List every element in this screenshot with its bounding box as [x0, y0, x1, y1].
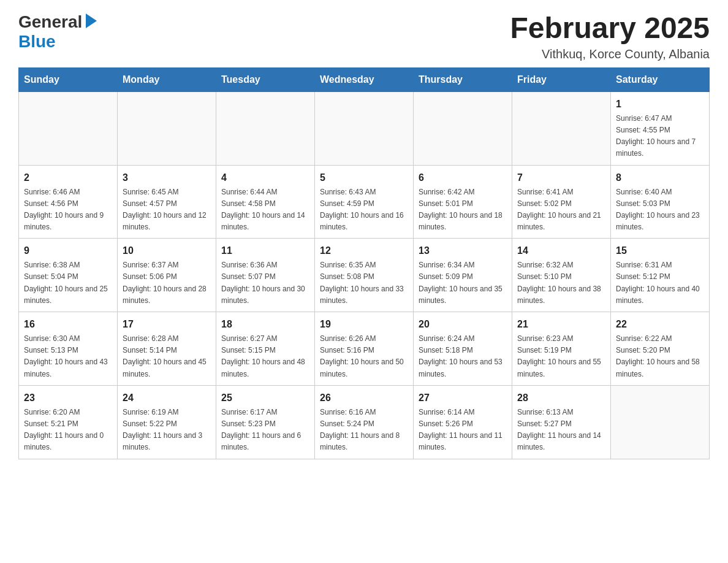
table-row: 26Sunrise: 6:16 AMSunset: 5:24 PMDayligh… — [315, 385, 414, 459]
day-info: Sunrise: 6:22 AMSunset: 5:20 PMDaylight:… — [616, 333, 704, 380]
header-friday: Friday — [512, 67, 611, 91]
header-monday: Monday — [118, 67, 216, 91]
table-row: 7Sunrise: 6:41 AMSunset: 5:02 PMDaylight… — [512, 165, 611, 239]
table-row — [216, 91, 315, 165]
logo-blue-text: Blue — [18, 32, 56, 51]
header-thursday: Thursday — [414, 67, 512, 91]
day-number: 16 — [24, 317, 112, 332]
day-number: 20 — [419, 317, 507, 332]
day-info: Sunrise: 6:43 AMSunset: 4:59 PMDaylight:… — [320, 186, 408, 234]
table-row: 25Sunrise: 6:17 AMSunset: 5:23 PMDayligh… — [216, 385, 315, 459]
day-info: Sunrise: 6:42 AMSunset: 5:01 PMDaylight:… — [419, 186, 507, 234]
day-number: 22 — [616, 317, 704, 332]
table-row — [512, 91, 611, 165]
day-number: 14 — [517, 243, 605, 258]
header-tuesday: Tuesday — [216, 67, 315, 91]
calendar-week-row: 2Sunrise: 6:46 AMSunset: 4:56 PMDaylight… — [19, 165, 710, 239]
day-info: Sunrise: 6:41 AMSunset: 5:02 PMDaylight:… — [517, 186, 605, 234]
day-info: Sunrise: 6:24 AMSunset: 5:18 PMDaylight:… — [419, 333, 507, 380]
day-info: Sunrise: 6:40 AMSunset: 5:03 PMDaylight:… — [616, 186, 704, 234]
calendar-week-row: 9Sunrise: 6:38 AMSunset: 5:04 PMDaylight… — [19, 239, 710, 312]
table-row: 17Sunrise: 6:28 AMSunset: 5:14 PMDayligh… — [118, 312, 216, 386]
day-number: 28 — [517, 391, 605, 405]
day-number: 8 — [616, 170, 704, 185]
table-row: 12Sunrise: 6:35 AMSunset: 5:08 PMDayligh… — [315, 239, 414, 312]
day-number: 23 — [24, 391, 112, 405]
day-info: Sunrise: 6:17 AMSunset: 5:23 PMDaylight:… — [221, 407, 309, 454]
table-row: 21Sunrise: 6:23 AMSunset: 5:19 PMDayligh… — [512, 312, 611, 386]
day-number: 19 — [320, 317, 408, 332]
table-row: 1Sunrise: 6:47 AMSunset: 4:55 PMDaylight… — [611, 91, 710, 165]
day-info: Sunrise: 6:30 AMSunset: 5:13 PMDaylight:… — [24, 333, 112, 380]
logo-arrow-icon — [85, 12, 98, 32]
day-info: Sunrise: 6:14 AMSunset: 5:26 PMDaylight:… — [419, 407, 507, 454]
day-info: Sunrise: 6:13 AMSunset: 5:27 PMDaylight:… — [517, 407, 605, 454]
day-number: 3 — [123, 170, 211, 185]
day-info: Sunrise: 6:32 AMSunset: 5:10 PMDaylight:… — [517, 259, 605, 307]
table-row: 24Sunrise: 6:19 AMSunset: 5:22 PMDayligh… — [118, 385, 216, 459]
table-row — [118, 91, 216, 165]
day-number: 9 — [24, 243, 112, 258]
table-row: 10Sunrise: 6:37 AMSunset: 5:06 PMDayligh… — [118, 239, 216, 312]
day-info: Sunrise: 6:19 AMSunset: 5:22 PMDaylight:… — [123, 407, 211, 454]
table-row: 16Sunrise: 6:30 AMSunset: 5:13 PMDayligh… — [19, 312, 118, 386]
day-info: Sunrise: 6:16 AMSunset: 5:24 PMDaylight:… — [320, 407, 408, 454]
day-info: Sunrise: 6:44 AMSunset: 4:58 PMDaylight:… — [221, 186, 309, 234]
table-row: 27Sunrise: 6:14 AMSunset: 5:26 PMDayligh… — [414, 385, 512, 459]
table-row: 23Sunrise: 6:20 AMSunset: 5:21 PMDayligh… — [19, 385, 118, 459]
day-info: Sunrise: 6:35 AMSunset: 5:08 PMDaylight:… — [320, 259, 408, 307]
day-info: Sunrise: 6:36 AMSunset: 5:07 PMDaylight:… — [221, 259, 309, 307]
day-number: 12 — [320, 243, 408, 258]
day-number: 25 — [221, 391, 309, 405]
svg-marker-0 — [86, 13, 97, 28]
day-number: 18 — [221, 317, 309, 332]
day-info: Sunrise: 6:45 AMSunset: 4:57 PMDaylight:… — [123, 186, 211, 234]
table-row: 20Sunrise: 6:24 AMSunset: 5:18 PMDayligh… — [414, 312, 512, 386]
header-sunday: Sunday — [19, 67, 118, 91]
logo: General Blue — [18, 12, 98, 52]
table-row: 18Sunrise: 6:27 AMSunset: 5:15 PMDayligh… — [216, 312, 315, 386]
table-row: 9Sunrise: 6:38 AMSunset: 5:04 PMDaylight… — [19, 239, 118, 312]
table-row: 11Sunrise: 6:36 AMSunset: 5:07 PMDayligh… — [216, 239, 315, 312]
table-row: 28Sunrise: 6:13 AMSunset: 5:27 PMDayligh… — [512, 385, 611, 459]
table-row: 15Sunrise: 6:31 AMSunset: 5:12 PMDayligh… — [611, 239, 710, 312]
table-row — [19, 91, 118, 165]
table-row — [611, 385, 710, 459]
day-number: 21 — [517, 317, 605, 332]
table-row: 8Sunrise: 6:40 AMSunset: 5:03 PMDaylight… — [611, 165, 710, 239]
header-saturday: Saturday — [611, 67, 710, 91]
day-info: Sunrise: 6:28 AMSunset: 5:14 PMDaylight:… — [123, 333, 211, 380]
table-row: 14Sunrise: 6:32 AMSunset: 5:10 PMDayligh… — [512, 239, 611, 312]
day-info: Sunrise: 6:38 AMSunset: 5:04 PMDaylight:… — [24, 259, 112, 307]
day-number: 1 — [616, 97, 704, 112]
day-number: 15 — [616, 243, 704, 258]
calendar-header-row: Sunday Monday Tuesday Wednesday Thursday… — [19, 67, 710, 91]
logo-general-text: General — [18, 12, 82, 32]
calendar-week-row: 1Sunrise: 6:47 AMSunset: 4:55 PMDaylight… — [19, 91, 710, 165]
day-info: Sunrise: 6:20 AMSunset: 5:21 PMDaylight:… — [24, 407, 112, 454]
table-row — [414, 91, 512, 165]
header-wednesday: Wednesday — [315, 67, 414, 91]
day-number: 2 — [24, 170, 112, 185]
day-info: Sunrise: 6:37 AMSunset: 5:06 PMDaylight:… — [123, 259, 211, 307]
day-number: 17 — [123, 317, 211, 332]
day-info: Sunrise: 6:34 AMSunset: 5:09 PMDaylight:… — [419, 259, 507, 307]
day-number: 5 — [320, 170, 408, 185]
day-number: 27 — [419, 391, 507, 405]
page-header: General Blue February 2025 Vithkuq, Korc… — [18, 12, 710, 61]
calendar-week-row: 16Sunrise: 6:30 AMSunset: 5:13 PMDayligh… — [19, 312, 710, 386]
day-number: 24 — [123, 391, 211, 405]
day-number: 6 — [419, 170, 507, 185]
title-section: February 2025 Vithkuq, Korce County, Alb… — [510, 12, 710, 61]
day-info: Sunrise: 6:23 AMSunset: 5:19 PMDaylight:… — [517, 333, 605, 380]
table-row: 4Sunrise: 6:44 AMSunset: 4:58 PMDaylight… — [216, 165, 315, 239]
calendar-table: Sunday Monday Tuesday Wednesday Thursday… — [18, 67, 710, 459]
table-row: 22Sunrise: 6:22 AMSunset: 5:20 PMDayligh… — [611, 312, 710, 386]
day-number: 13 — [419, 243, 507, 258]
day-number: 11 — [221, 243, 309, 258]
day-info: Sunrise: 6:47 AMSunset: 4:55 PMDaylight:… — [616, 113, 704, 160]
day-number: 4 — [221, 170, 309, 185]
day-info: Sunrise: 6:26 AMSunset: 5:16 PMDaylight:… — [320, 333, 408, 380]
table-row: 19Sunrise: 6:26 AMSunset: 5:16 PMDayligh… — [315, 312, 414, 386]
table-row: 2Sunrise: 6:46 AMSunset: 4:56 PMDaylight… — [19, 165, 118, 239]
